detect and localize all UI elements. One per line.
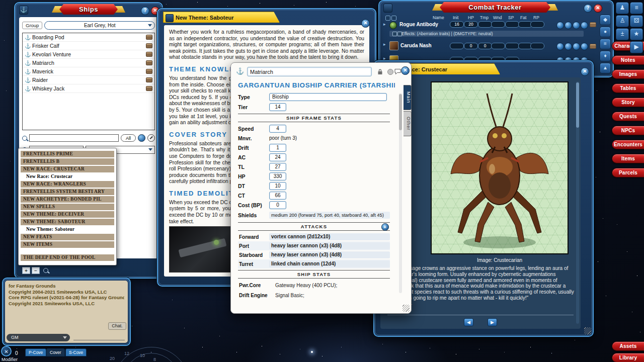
stat-field[interactable]: 24 <box>269 153 286 161</box>
stat-field[interactable]: 4 <box>269 125 286 133</box>
sp-field[interactable] <box>505 43 519 49</box>
scrollbar[interactable] <box>399 93 402 293</box>
ship-list-item[interactable]: ⚓ Raider <box>23 76 154 84</box>
edit-button[interactable] <box>147 134 155 142</box>
library-entry[interactable]: FRENTELLIS SYSTEM BESTI ARY <box>21 189 114 195</box>
library-entry[interactable]: NEW THEME: DECEIVER <box>21 211 114 218</box>
wnd-field[interactable] <box>491 21 505 28</box>
system-value[interactable]: Signal Basic; <box>275 293 390 298</box>
dice-icon[interactable]: ⚄ <box>630 15 643 27</box>
init-field[interactable]: 16 <box>450 21 464 28</box>
stat-field[interactable]: 1 <box>269 144 286 152</box>
attack-icon[interactable] <box>556 43 564 50</box>
ship-list-item[interactable]: ⚓ Maverick <box>23 67 154 76</box>
sidebar-item-npcs[interactable]: NPCs <box>612 126 644 135</box>
targeting-icon[interactable]: ◆ <box>600 15 611 25</box>
die-number[interactable]: 20 <box>110 356 115 361</box>
ship-list-item[interactable]: ⚓ Whiskey Jack <box>23 84 154 93</box>
tracker-row[interactable]: ▸ Rogue Antibody 16 20 <box>379 21 599 29</box>
token-avatar[interactable] <box>389 22 397 29</box>
chat-mode-button[interactable]: Chat. <box>108 322 126 330</box>
type-field[interactable]: Bioship <box>269 93 387 101</box>
help-button[interactable]: ? <box>141 7 149 15</box>
help-button[interactable]: ? <box>584 4 592 13</box>
stat-field[interactable]: 0 <box>269 201 286 209</box>
menu-icon[interactable]: ≡ <box>600 39 611 49</box>
close-button[interactable]: ✕ <box>594 4 602 13</box>
scrollbar-thumb[interactable] <box>399 94 402 130</box>
library-entry[interactable]: NEW FEATS <box>21 234 114 240</box>
combat-tracker-banner[interactable]: Combat Tracker <box>440 2 550 13</box>
module-link-icon[interactable] <box>590 22 596 27</box>
defense-icon[interactable]: ● <box>600 27 611 37</box>
effect-icon[interactable] <box>392 32 397 36</box>
token-slot-icon[interactable] <box>387 69 393 75</box>
attack-icon[interactable] <box>556 22 564 29</box>
sidebar-item-notes[interactable]: Notes <box>612 55 644 65</box>
menu-icon[interactable]: ≡ <box>630 2 643 14</box>
theme-window-tab[interactable]: New Theme: Saboteur <box>163 12 280 23</box>
hp-field[interactable]: 20 <box>464 21 478 28</box>
group-select[interactable]: Earl Grey, Hot <box>44 21 155 30</box>
stat-field[interactable]: 10 <box>269 182 286 190</box>
combatant-name[interactable]: Caruda Nash <box>400 43 432 48</box>
library-entry[interactable]: NEW ARCHETYPE: BONDED PIL <box>21 196 114 203</box>
effects-row[interactable]: Effects: (Aberration traits) | (DMGTYPE:… <box>379 31 599 37</box>
magnifier-icon[interactable] <box>43 268 48 273</box>
save-icon[interactable] <box>573 22 580 29</box>
die-number[interactable]: 8 <box>153 357 156 362</box>
tracker-row[interactable]: ▸ Caruda Nash 0 0 <box>379 41 599 50</box>
sidebar-item-story[interactable]: Story <box>612 98 644 107</box>
expand-icon[interactable]: ▸ <box>383 42 386 47</box>
portrait-avatar[interactable] <box>389 41 398 50</box>
lock-icon[interactable] <box>377 68 383 75</box>
close-button[interactable]: ✕ <box>361 19 370 28</box>
stat-field[interactable]: 330 <box>269 172 286 180</box>
scrollbar[interactable] <box>576 81 579 324</box>
all-filter-button[interactable]: All <box>121 134 136 142</box>
shields-value[interactable]: medium 200 (forward 75, port 40, starboa… <box>269 212 390 219</box>
chat-entry-line[interactable] <box>73 340 125 340</box>
sidebar-item-items[interactable]: Items <box>612 154 644 163</box>
init-icon[interactable]: ▲ <box>600 63 611 73</box>
zoom-in-button[interactable]: + <box>22 267 30 274</box>
previous-page-button[interactable]: ◀ <box>464 318 473 326</box>
zoom-out-button[interactable]: − <box>32 267 40 274</box>
combatant-name[interactable]: Rogue Antibody <box>399 22 438 27</box>
expand-icon[interactable]: ▸ <box>383 22 386 27</box>
library-entry[interactable]: NEW SPELLS <box>21 204 114 210</box>
sidebar-item-tables[interactable]: Tables <box>612 83 644 93</box>
speaker-select[interactable]: GM <box>7 334 70 341</box>
add-button[interactable] <box>138 134 145 142</box>
tier-field[interactable]: 14 <box>269 103 286 111</box>
library-entry[interactable]: FRENTELLIS PRIME <box>21 151 114 157</box>
ship-list-item[interactable]: ⚓ Boarding Pod <box>23 33 154 42</box>
tab-scove[interactable]: S-Cove <box>65 348 87 356</box>
party-icon[interactable]: ♟ <box>616 2 629 14</box>
close-button[interactable]: ✕ <box>581 67 589 76</box>
modifiers-icon[interactable]: ± <box>616 28 629 40</box>
modifier-clear-button[interactable]: ✕ <box>1 346 12 356</box>
rp-field[interactable] <box>530 21 544 28</box>
library-entry[interactable]: New Race: Crustecar <box>21 173 114 180</box>
ship-list-item[interactable]: ⚓ Kevolari Venture <box>23 50 154 59</box>
tab-pcove[interactable]: P-Cove <box>25 348 46 356</box>
defense-icon[interactable] <box>565 22 572 29</box>
defense-icon[interactable] <box>565 43 572 50</box>
ship-list-item[interactable]: ⚓ Frisker Calf <box>23 42 154 50</box>
resize-handle[interactable] <box>584 327 591 334</box>
attack-weapon[interactable]: linked chain cannon (12d4) <box>269 260 390 267</box>
stat-field[interactable]: 27 <box>269 163 286 171</box>
starship-name-field[interactable] <box>247 67 372 76</box>
tab-main[interactable]: Main <box>404 85 412 110</box>
next-page-button[interactable]: ▶ <box>488 318 497 326</box>
ships-title-banner[interactable]: Ships <box>59 4 118 15</box>
tab-other[interactable]: Other <box>404 111 412 136</box>
system-value[interactable]: Gateway Heavy (400 PCU); <box>275 283 390 288</box>
hp-field[interactable]: 0 <box>464 43 478 49</box>
attack-weapon[interactable]: heavy laser cannon (x3) (4d8) <box>269 251 390 258</box>
sidebar-item-quests[interactable]: Quests <box>612 112 644 121</box>
sidebar-item-images[interactable]: Images <box>612 69 644 79</box>
tmp-field[interactable]: 0 <box>478 43 492 49</box>
tab-cover[interactable]: Cover <box>46 348 65 356</box>
